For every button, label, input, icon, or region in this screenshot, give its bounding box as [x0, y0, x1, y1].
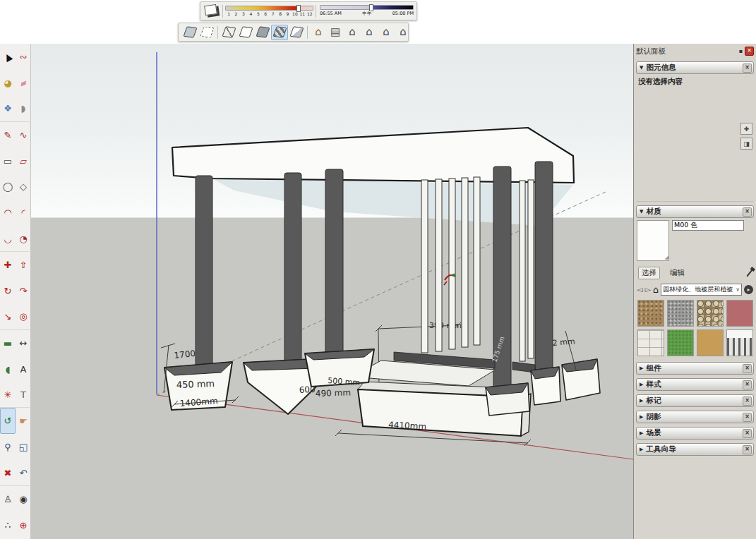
push-pull-tool[interactable]: ⇧	[16, 252, 31, 278]
tray-titlebar[interactable]: 默认面板 ▪ ✕	[636, 45, 754, 58]
eraser-tool[interactable]: ▰	[16, 70, 31, 96]
protractor-tool[interactable]: ◖	[0, 356, 16, 382]
back-button[interactable]: ◅	[637, 286, 642, 293]
material-swatch-fence[interactable]	[726, 329, 753, 356]
collections-dropdown[interactable]: 园林绿化、地被层和植被 ∨	[661, 284, 742, 296]
material-swatch-clay[interactable]	[697, 329, 724, 356]
polygon-tool[interactable]: ◇	[16, 174, 31, 200]
expand-arrow-icon[interactable]: ▶	[640, 365, 643, 371]
model-viewport[interactable]: 390 mm	[31, 44, 633, 539]
look-around-tool[interactable]: ◉	[16, 486, 31, 512]
collapse-arrow-icon[interactable]: ▼	[640, 65, 643, 71]
hidden-line-style-button[interactable]	[237, 25, 254, 40]
3d-text-tool[interactable]: T	[16, 382, 31, 408]
secondary-pane-button[interactable]: ◨	[740, 138, 752, 150]
slat[interactable]	[462, 178, 468, 347]
date-slider-handle[interactable]	[296, 5, 301, 12]
xray-style-button[interactable]	[181, 25, 198, 40]
resize-grip-icon[interactable]: ◢	[665, 255, 668, 260]
slat[interactable]	[449, 178, 455, 349]
walk-tool[interactable]: ∴	[0, 512, 16, 538]
expand-arrow-icon[interactable]: ▶	[640, 382, 643, 387]
zoom-extents-tool[interactable]: ✖	[0, 460, 16, 486]
section-header-组件[interactable]: ▶组件×	[636, 362, 754, 375]
expand-arrow-icon[interactable]: ▶	[640, 398, 643, 404]
material-swatch-gray-gravel[interactable]	[667, 300, 694, 327]
shadow-date-slider[interactable]: 123456789101112	[225, 6, 313, 16]
monochrome-style-button[interactable]	[288, 25, 305, 40]
tab-select[interactable]: 选择	[638, 267, 660, 279]
tape-measure-tool[interactable]: ▬	[0, 330, 16, 356]
section-close-button[interactable]: ×	[743, 445, 752, 454]
select-tool[interactable]: ▲	[0, 44, 16, 70]
section-close-button[interactable]: ×	[743, 413, 752, 422]
time-slider-handle[interactable]	[369, 4, 373, 11]
tray-close-button[interactable]: ✕	[745, 47, 754, 56]
shaded-textures-style-button[interactable]	[271, 25, 288, 40]
materials-header[interactable]: ▼ 材质 ×	[636, 205, 754, 218]
column[interactable]	[325, 169, 343, 357]
follow-me-tool[interactable]: ↷	[16, 278, 31, 304]
back-edges-style-button[interactable]	[198, 25, 215, 40]
text-tool[interactable]: A	[16, 356, 31, 382]
create-material-button[interactable]: ✚	[740, 123, 752, 135]
column[interactable]	[196, 176, 212, 366]
axes-tool[interactable]: ✳	[0, 382, 16, 408]
section-header-阴影[interactable]: ▶阴影×	[636, 411, 754, 423]
arc-tool[interactable]: ◠	[0, 200, 16, 226]
tab-edit[interactable]: 编辑	[667, 267, 688, 279]
slat[interactable]	[520, 181, 525, 361]
section-header-场景[interactable]: ▶场景×	[636, 427, 754, 440]
section-close-button[interactable]: ×	[743, 429, 752, 438]
pie-tool[interactable]: ◔	[16, 226, 31, 252]
toggle-shadows-icon[interactable]	[204, 4, 217, 16]
two-point-arc-tool[interactable]: ◜	[16, 200, 31, 226]
zoom-tool[interactable]: ⚲	[0, 434, 16, 460]
right-view-button[interactable]: ⌂	[361, 25, 378, 40]
paint-bucket-tool[interactable]: ◕	[0, 70, 16, 96]
slat[interactable]	[436, 179, 442, 351]
expand-arrow-icon[interactable]: ▶	[640, 414, 643, 420]
expand-arrow-icon[interactable]: ▶	[640, 430, 643, 436]
soften-edges-tool[interactable]: ◗	[16, 96, 31, 122]
top-view-button[interactable]: ▤	[327, 25, 344, 40]
shadow-time-slider[interactable]: 06:55 AM 中午 05:00 PM	[320, 5, 414, 17]
sample-paint-icon[interactable]	[747, 270, 753, 277]
beam-front-face[interactable]	[172, 128, 574, 183]
slat[interactable]	[421, 180, 428, 353]
material-swatch-flagstone-pavers[interactable]	[637, 329, 664, 356]
expand-arrow-icon[interactable]: ▶	[640, 447, 643, 452]
section-plane-tool[interactable]: ⊕	[16, 512, 31, 538]
make-component-tool[interactable]: ❖	[0, 96, 16, 122]
pergola-top-beam[interactable]	[172, 128, 574, 226]
pin-icon[interactable]: ▪	[739, 48, 743, 54]
section-header-工具向导[interactable]: ▶工具向导×	[636, 443, 754, 456]
rectangle-tool[interactable]: ▭	[0, 148, 16, 174]
details-button[interactable]: ▸	[744, 285, 753, 294]
move-tool[interactable]: ✚	[0, 252, 16, 278]
material-swatch-brown-gravel[interactable]	[637, 300, 664, 327]
section-close-button[interactable]: ×	[743, 380, 752, 389]
material-swatch-grass[interactable]	[667, 329, 694, 356]
line-tool[interactable]: ✎	[0, 122, 16, 148]
forward-button[interactable]: ▻	[644, 286, 650, 293]
zoom-window-tool[interactable]: ◱	[16, 434, 31, 460]
section-close-button[interactable]: ×	[743, 364, 752, 373]
circle-tool[interactable]: ◯	[0, 174, 16, 200]
previous-view-tool[interactable]: ↶	[16, 460, 31, 486]
lasso-select-tool[interactable]: ∾	[16, 44, 31, 70]
wireframe-style-button[interactable]	[220, 25, 237, 40]
slat[interactable]	[528, 180, 534, 358]
freehand-tool[interactable]: ∿	[16, 122, 31, 148]
front-view-button[interactable]: ⌂	[344, 25, 361, 40]
iso-view-button[interactable]: ⌂	[310, 25, 327, 40]
rotate-tool[interactable]: ↻	[0, 278, 16, 304]
scale-tool[interactable]: ↘	[0, 304, 16, 330]
shaded-style-button[interactable]	[254, 25, 271, 40]
pan-tool[interactable]: ☛	[16, 408, 31, 434]
section-close-button[interactable]: ×	[743, 396, 752, 406]
orbit-tool[interactable]: ↺	[0, 408, 16, 434]
material-name-input[interactable]	[672, 220, 744, 231]
column[interactable]	[535, 162, 553, 370]
left-view-button[interactable]: ⌂	[395, 25, 412, 40]
